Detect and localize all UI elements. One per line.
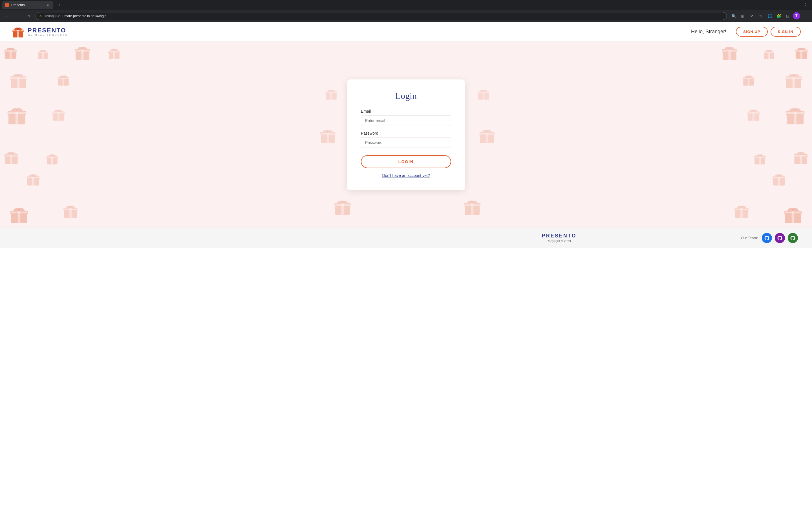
svg-point-98 <box>58 109 63 113</box>
svg-point-154 <box>70 205 75 209</box>
svg-rect-44 <box>764 53 774 59</box>
refresh-button[interactable]: ↻ <box>25 12 33 20</box>
svg-rect-19 <box>38 52 49 53</box>
svg-point-111 <box>749 109 754 113</box>
svg-rect-200 <box>32 176 34 185</box>
svg-rect-129 <box>794 154 808 157</box>
svg-rect-214 <box>342 203 344 215</box>
svg-rect-185 <box>320 132 335 135</box>
svg-rect-53 <box>728 49 730 60</box>
svg-rect-158 <box>792 211 794 223</box>
search-tool-button[interactable]: 🔍 <box>730 12 738 20</box>
svg-rect-221 <box>471 203 474 215</box>
svg-point-139 <box>756 154 760 158</box>
svg-point-64 <box>17 74 20 77</box>
svg-rect-24 <box>75 49 90 52</box>
profile-avatar-button[interactable]: T <box>793 12 800 19</box>
svg-rect-103 <box>786 112 805 114</box>
svg-rect-207 <box>778 176 780 185</box>
svg-rect-17 <box>38 52 49 54</box>
svg-rect-194 <box>479 133 495 134</box>
svg-rect-87 <box>8 111 27 115</box>
footer-team-label: Our Team: <box>741 236 758 240</box>
svg-rect-172 <box>331 92 332 100</box>
svg-rect-32 <box>113 51 115 59</box>
svg-point-155 <box>69 206 71 209</box>
svg-rect-206 <box>772 176 785 179</box>
team-member-3-avatar[interactable] <box>788 233 798 243</box>
svg-rect-159 <box>784 212 802 213</box>
svg-point-162 <box>792 209 794 211</box>
signin-button[interactable]: SIGN IN <box>770 27 801 37</box>
svg-rect-89 <box>8 112 27 114</box>
svg-rect-30 <box>109 52 119 59</box>
svg-rect-51 <box>723 52 737 60</box>
svg-point-77 <box>793 73 799 78</box>
svg-rect-117 <box>4 155 18 157</box>
svg-rect-33 <box>108 51 120 52</box>
svg-rect-138 <box>754 157 766 158</box>
svg-point-195 <box>482 129 488 134</box>
svg-point-218 <box>342 201 344 204</box>
svg-point-28 <box>82 46 88 51</box>
svg-rect-96 <box>52 112 65 114</box>
svg-point-70 <box>63 75 68 78</box>
footer-logo: PRESENTO <box>542 233 576 239</box>
new-tab-button[interactable]: + <box>55 1 63 9</box>
tab-close-button[interactable]: × <box>46 3 50 7</box>
svg-point-133 <box>800 152 806 156</box>
chrome-menu-button[interactable]: ⋮ <box>801 12 809 20</box>
tab-title: Presento <box>11 3 43 7</box>
signup-button[interactable]: SIGN UP <box>736 27 767 37</box>
share-tool-button[interactable]: ↗ <box>748 12 756 20</box>
svg-rect-186 <box>326 132 329 143</box>
globe-tool-button[interactable]: 🌐 <box>766 12 774 20</box>
svg-rect-75 <box>785 77 802 79</box>
svg-rect-191 <box>480 135 494 143</box>
extensions-tool-button[interactable]: ⊞ <box>739 12 747 20</box>
svg-point-174 <box>327 89 332 93</box>
svg-point-41 <box>797 47 802 51</box>
svg-rect-108 <box>747 112 760 114</box>
puzzle-tool-button[interactable]: 🧩 <box>775 12 783 20</box>
forward-button[interactable]: → <box>14 12 22 20</box>
footer-team: Our Team: <box>741 233 798 243</box>
back-button[interactable]: ← <box>3 12 11 20</box>
svg-rect-74 <box>793 76 795 88</box>
svg-point-48 <box>765 49 769 53</box>
svg-point-119 <box>11 152 16 156</box>
svg-point-71 <box>63 76 64 77</box>
svg-rect-107 <box>748 114 759 121</box>
insecure-label: Ненадійне <box>44 14 60 18</box>
svg-point-27 <box>77 46 84 51</box>
svg-point-35 <box>114 48 118 52</box>
signup-link[interactable]: Don't have an account yet? <box>361 173 451 178</box>
svg-rect-220 <box>464 203 480 207</box>
browser-tab[interactable]: Presento × <box>2 1 53 9</box>
svg-rect-130 <box>800 154 802 164</box>
bookmark-tool-button[interactable]: ☆ <box>757 12 765 20</box>
svg-rect-135 <box>755 158 765 165</box>
svg-rect-40 <box>795 50 808 52</box>
svg-point-211 <box>778 175 780 177</box>
svg-point-104 <box>789 107 796 113</box>
team-member-2-avatar[interactable] <box>775 233 785 243</box>
svg-point-63 <box>17 73 24 78</box>
password-input[interactable] <box>361 137 451 148</box>
svg-rect-151 <box>69 208 71 218</box>
svg-point-22 <box>42 50 44 52</box>
browser-menu-button[interactable]: ⋮ <box>802 1 810 9</box>
svg-point-120 <box>10 153 12 155</box>
login-button[interactable]: LOGIN <box>361 155 451 168</box>
email-input[interactable] <box>361 115 451 126</box>
svg-rect-110 <box>747 112 760 114</box>
footer-center: PRESENTO Copyright © 2023. <box>377 233 741 243</box>
svg-point-153 <box>66 205 71 209</box>
svg-rect-52 <box>722 49 737 52</box>
team-member-1-avatar[interactable] <box>762 233 772 243</box>
svg-rect-59 <box>10 76 27 80</box>
split-view-button[interactable]: ⊟ <box>784 12 792 20</box>
svg-rect-93 <box>53 114 64 121</box>
url-bar[interactable]: ⚠ Ненадійне | mate-presento.in.net/#/log… <box>36 12 727 20</box>
svg-point-112 <box>753 109 758 113</box>
